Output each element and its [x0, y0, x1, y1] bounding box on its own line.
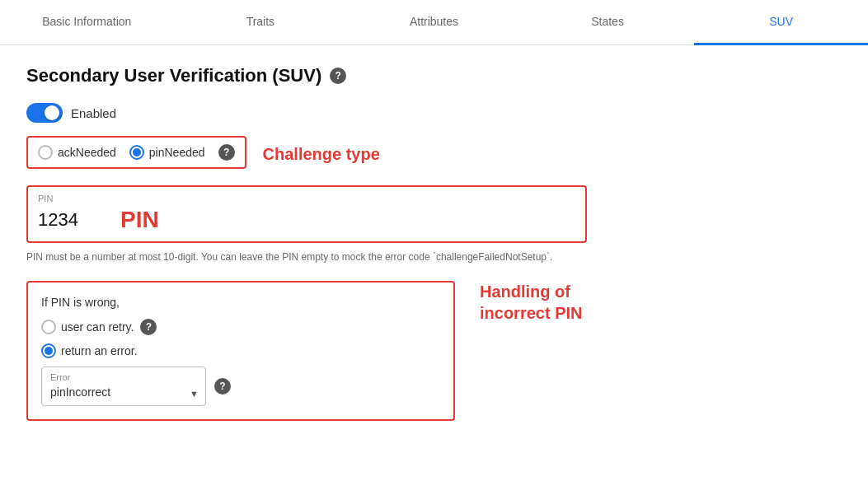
radio-ack-needed-label: ackNeeded	[58, 146, 116, 159]
toggle-thumb	[45, 105, 59, 120]
page-title: Secondary User Verification (SUV)	[26, 65, 321, 86]
challenge-type-row: ackNeeded pinNeeded ? Challenge type	[26, 136, 842, 172]
tab-basic-information[interactable]: Basic Information	[0, 0, 174, 45]
error-select-container: Error pinIncorrect ▼	[41, 367, 206, 406]
radio-user-retry-circle	[41, 320, 56, 334]
enabled-toggle[interactable]	[26, 103, 63, 123]
enabled-toggle-row: Enabled	[26, 103, 842, 123]
error-select-value: pinIncorrect	[50, 385, 110, 399]
error-select-label: Error	[42, 369, 205, 382]
error-field-row: Error pinIncorrect ▼ ?	[41, 367, 440, 406]
handling-row: If PIN is wrong, user can retry. ? retur…	[26, 281, 842, 421]
radio-ack-needed[interactable]: ackNeeded	[38, 145, 116, 160]
challenge-type-group: ackNeeded pinNeeded ?	[26, 136, 246, 169]
tab-suv[interactable]: SUV	[694, 0, 868, 45]
main-content: Secondary User Verification (SUV) ? Enab…	[0, 45, 868, 441]
handling-title: If PIN is wrong,	[41, 296, 440, 309]
challenge-type-annotation: Challenge type	[263, 145, 380, 164]
tab-traits[interactable]: Traits	[174, 0, 348, 45]
pin-annotation-row: 1234 PIN	[38, 207, 575, 233]
challenge-type-help-icon[interactable]: ?	[218, 144, 235, 161]
pin-value[interactable]: 1234	[38, 209, 87, 231]
user-retry-help-icon[interactable]: ?	[140, 319, 157, 335]
radio-user-retry-label: user can retry.	[61, 320, 134, 334]
pin-container: PIN 1234 PIN	[26, 185, 587, 243]
handling-box: If PIN is wrong, user can retry. ? retur…	[26, 281, 455, 421]
radio-ack-needed-circle	[38, 145, 53, 160]
error-help-icon[interactable]: ?	[214, 378, 231, 395]
tab-attributes[interactable]: Attributes	[347, 0, 521, 45]
radio-pin-needed-label: pinNeeded	[149, 146, 205, 159]
handling-annotation: Handling of incorrect PIN	[480, 281, 582, 324]
tab-states[interactable]: States	[521, 0, 695, 45]
dropdown-arrow-icon: ▼	[190, 389, 199, 399]
tabs-bar: Basic Information Traits Attributes Stat…	[0, 0, 868, 45]
error-select-wrapper: Error pinIncorrect ▼	[41, 367, 206, 406]
radio-user-retry[interactable]: user can retry.	[41, 320, 134, 334]
radio-pin-needed[interactable]: pinNeeded	[129, 145, 205, 160]
title-help-icon[interactable]: ?	[330, 68, 346, 84]
page-title-row: Secondary User Verification (SUV) ?	[26, 65, 842, 86]
pin-field-label: PIN	[38, 194, 575, 203]
radio-return-error-circle	[41, 343, 56, 358]
pin-annotation: PIN	[120, 207, 159, 233]
error-select-value-row[interactable]: pinIncorrect ▼	[42, 382, 205, 405]
radio-user-retry-row: user can retry. ?	[41, 319, 440, 335]
pin-hint: PIN must be a number at most 10-digit. Y…	[26, 250, 587, 264]
radio-return-error-label: return an error.	[61, 344, 138, 357]
radio-pin-needed-circle	[129, 145, 144, 160]
radio-return-error[interactable]: return an error.	[41, 343, 138, 358]
radio-return-error-row: return an error.	[41, 343, 440, 358]
toggle-label: Enabled	[71, 106, 116, 120]
